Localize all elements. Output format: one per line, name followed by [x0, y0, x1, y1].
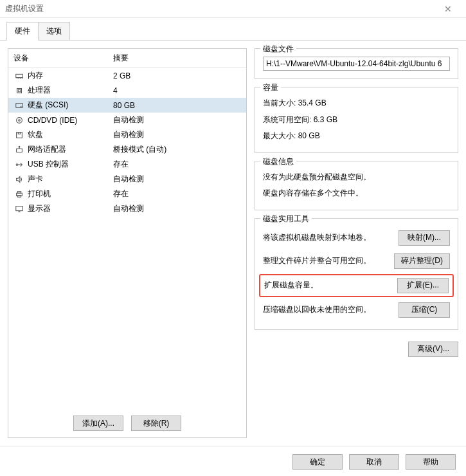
- compact-desc: 压缩磁盘以回收未使用的空间。: [263, 304, 393, 315]
- svg-marker-18: [17, 176, 20, 182]
- device-name: 打印机: [28, 188, 113, 199]
- device-row-disk[interactable]: 硬盘 (SCSI)80 GB: [8, 98, 246, 113]
- window-title: 虚拟机设置: [5, 3, 44, 14]
- svg-rect-5: [17, 88, 22, 93]
- expand-desc: 扩展磁盘容量。: [264, 280, 392, 291]
- device-row-printer[interactable]: 打印机存在: [8, 187, 246, 201]
- device-summary: 存在: [113, 159, 241, 170]
- remove-button[interactable]: 移除(R): [131, 416, 181, 431]
- svg-point-16: [16, 163, 18, 165]
- device-row-usb[interactable]: USB 控制器存在: [8, 157, 246, 172]
- disk-tools-legend: 磁盘实用工具: [260, 214, 312, 224]
- capacity-legend: 容量: [260, 82, 281, 93]
- svg-rect-11: [17, 132, 22, 138]
- svg-point-9: [17, 117, 22, 123]
- device-row-floppy[interactable]: 软盘自动检测: [8, 127, 246, 142]
- map-desc: 将该虚拟机磁盘映射到本地卷。: [263, 232, 393, 243]
- add-button[interactable]: 添加(A)...: [73, 416, 123, 431]
- titlebar: 虚拟机设置 ✕: [0, 0, 466, 18]
- device-name: 处理器: [28, 85, 113, 96]
- map-button[interactable]: 映射(M)...: [399, 230, 450, 246]
- device-name: CD/DVD (IDE): [28, 116, 113, 125]
- device-row-cd[interactable]: CD/DVD (IDE)自动检测: [8, 113, 246, 127]
- capacity-free: 系统可用空间: 6.3 GB: [263, 112, 450, 129]
- printer-icon: [13, 190, 25, 199]
- capacity-current: 当前大小: 35.4 GB: [263, 95, 450, 112]
- device-panel: 设备 摘要 内存2 GB处理器4硬盘 (SCSI)80 GBCD/DVD (ID…: [8, 48, 247, 438]
- device-summary: 4: [113, 86, 241, 95]
- svg-rect-22: [16, 206, 23, 210]
- device-summary: 自动检测: [113, 174, 241, 185]
- disk-info-line2: 硬盘内容存储在多个文件中。: [263, 185, 450, 202]
- device-summary: 存在: [113, 188, 241, 199]
- svg-rect-13: [17, 149, 22, 152]
- device-row-cpu[interactable]: 处理器4: [8, 83, 246, 98]
- disk-file-input[interactable]: [263, 57, 450, 71]
- cancel-button[interactable]: 取消: [349, 454, 399, 470]
- svg-point-10: [19, 119, 21, 121]
- usb-icon: [13, 160, 25, 169]
- svg-point-8: [21, 105, 22, 107]
- advanced-button[interactable]: 高级(V)...: [408, 342, 458, 357]
- device-summary: 2 GB: [113, 71, 241, 80]
- disk-file-group: 磁盘文件: [255, 48, 458, 79]
- svg-rect-6: [18, 89, 21, 92]
- disk-info-group: 磁盘信息 没有为此硬盘预分配磁盘空间。 硬盘内容存储在多个文件中。: [255, 161, 458, 210]
- device-name: 网络适配器: [28, 144, 113, 155]
- tab-strip: 硬件 选项: [0, 18, 466, 41]
- device-summary: 自动检测: [113, 203, 241, 214]
- network-icon: [13, 145, 25, 154]
- device-name: USB 控制器: [28, 159, 113, 170]
- disk-info-legend: 磁盘信息: [260, 156, 296, 167]
- capacity-group: 容量 当前大小: 35.4 GB 系统可用空间: 6.3 GB 最大大小: 80…: [255, 87, 458, 153]
- capacity-max: 最大大小: 80 GB: [263, 128, 450, 145]
- device-summary: 自动检测: [113, 114, 241, 125]
- floppy-icon: [13, 131, 25, 140]
- svg-point-15: [19, 146, 20, 147]
- device-list: 内存2 GB处理器4硬盘 (SCSI)80 GBCD/DVD (IDE)自动检测…: [8, 68, 246, 409]
- device-row-display[interactable]: 显示器自动检测: [8, 201, 246, 216]
- sound-icon: [13, 175, 25, 184]
- close-button[interactable]: ✕: [435, 0, 461, 18]
- device-row-network[interactable]: 网络适配器桥接模式 (自动): [8, 142, 246, 157]
- defrag-desc: 整理文件碎片并整合可用空间。: [263, 255, 389, 266]
- device-table-header: 设备 摘要: [8, 49, 246, 68]
- device-name: 硬盘 (SCSI): [28, 100, 113, 111]
- svg-rect-0: [16, 74, 23, 77]
- header-device: 设备: [13, 53, 113, 64]
- device-row-memory[interactable]: 内存2 GB: [8, 68, 246, 83]
- cd-icon: [13, 116, 25, 125]
- device-summary: 自动检测: [113, 129, 241, 140]
- device-name: 内存: [28, 70, 113, 81]
- svg-rect-7: [16, 103, 23, 107]
- compact-button[interactable]: 压缩(C): [399, 302, 450, 318]
- disk-tools-group: 磁盘实用工具 将该虚拟机磁盘映射到本地卷。 映射(M)... 整理文件碎片并整合…: [255, 218, 458, 330]
- disk-info-line1: 没有为此硬盘预分配磁盘空间。: [263, 169, 450, 186]
- cpu-icon: [13, 86, 25, 95]
- device-name: 软盘: [28, 129, 113, 140]
- svg-rect-20: [17, 191, 21, 193]
- help-button[interactable]: 帮助: [406, 454, 456, 470]
- tab-options[interactable]: 选项: [38, 22, 70, 40]
- device-summary: 桥接模式 (自动): [113, 144, 241, 155]
- header-summary: 摘要: [113, 53, 241, 64]
- display-icon: [13, 205, 25, 214]
- ok-button[interactable]: 确定: [292, 454, 343, 470]
- svg-rect-12: [18, 132, 21, 134]
- expand-button[interactable]: 扩展(E)...: [397, 278, 449, 293]
- disk-file-legend: 磁盘文件: [260, 44, 296, 55]
- disk-icon: [13, 101, 25, 110]
- device-name: 显示器: [28, 203, 113, 214]
- dialog-footer: 确定 取消 帮助: [0, 446, 466, 476]
- memory-icon: [13, 71, 25, 80]
- tab-hardware[interactable]: 硬件: [6, 22, 39, 41]
- device-row-sound[interactable]: 声卡自动检测: [8, 172, 246, 187]
- defrag-button[interactable]: 碎片整理(D): [394, 253, 450, 269]
- device-name: 声卡: [28, 174, 113, 185]
- device-summary: 80 GB: [113, 101, 241, 110]
